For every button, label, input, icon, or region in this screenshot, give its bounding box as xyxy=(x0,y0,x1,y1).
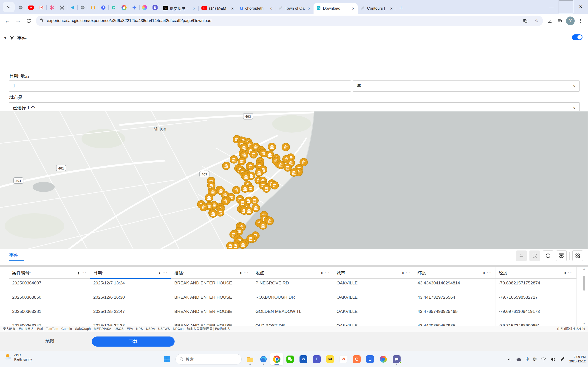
table-row[interactable]: 2025003638502025/12/6 16:30BREAK AND ENT… xyxy=(9,293,577,307)
taskbar-app-chrome[interactable] xyxy=(270,353,284,365)
tab-close-icon[interactable]: × xyxy=(192,6,196,11)
taskbar-app-office-orange[interactable] xyxy=(350,353,363,365)
incident-marker-icon[interactable] xyxy=(245,207,253,215)
sort-desc-icon[interactable]: ▼ xyxy=(158,272,161,274)
table-tab-events[interactable]: 事件 xyxy=(9,252,18,258)
clear-selection-button[interactable] xyxy=(529,250,540,261)
incident-marker-icon[interactable] xyxy=(232,186,241,194)
table-row[interactable]: 2025003632812025/12/5 22:47BREAK AND ENT… xyxy=(9,307,577,321)
volume-icon[interactable] xyxy=(550,357,556,361)
pinned-tab-c-app-icon[interactable] xyxy=(109,3,119,12)
column-header[interactable]: 日期:▼··· xyxy=(90,267,171,278)
tab-close-icon[interactable]: × xyxy=(230,6,234,11)
pinned-tab-vscode-icon[interactable] xyxy=(67,3,78,12)
minimize-button[interactable]: — xyxy=(544,0,559,13)
tray-expand-icon[interactable] xyxy=(506,358,512,360)
weather-widget[interactable]: -1°CPartly sunny xyxy=(4,353,32,362)
column-menu-icon[interactable]: ··· xyxy=(487,271,492,275)
incident-marker-icon[interactable] xyxy=(216,208,225,217)
incident-marker-icon[interactable] xyxy=(246,162,255,170)
pinned-tab-hexagon-icon[interactable] xyxy=(88,3,98,12)
scroll-thumb[interactable] xyxy=(583,276,585,291)
back-button[interactable]: ← xyxy=(2,16,13,26)
taskbar-app-file-explorer[interactable] xyxy=(243,353,257,365)
column-header[interactable]: 地点▲▼··· xyxy=(252,267,333,278)
incident-marker-icon[interactable] xyxy=(226,242,234,249)
column-header[interactable]: 纬度▲▼··· xyxy=(414,267,495,278)
browser-menu-icon[interactable] xyxy=(576,16,586,26)
filter-toggle[interactable] xyxy=(572,34,582,40)
taskbar-app-docs-blue[interactable] xyxy=(363,353,377,365)
taskbar-search[interactable]: 搜索 xyxy=(175,354,242,365)
sort-icon[interactable]: ▲▼ xyxy=(78,271,80,275)
scroll-up-icon[interactable]: ▲ xyxy=(583,267,586,270)
pinned-tab-globe-icon[interactable] xyxy=(16,3,26,12)
taskbar-app-browser-circle[interactable] xyxy=(377,353,390,365)
column-menu-icon[interactable]: ··· xyxy=(244,271,249,275)
column-menu-icon[interactable]: ··· xyxy=(568,271,573,275)
media-controls-icon[interactable] xyxy=(555,16,565,26)
onedrive-cloud-icon[interactable] xyxy=(516,357,522,361)
column-header[interactable]: 案件编号:▲▼··· xyxy=(9,267,90,278)
column-header[interactable]: 经度▲▼··· xyxy=(495,267,577,278)
browser-tab-4[interactable]: Town of Oa× xyxy=(275,3,313,14)
ime-language-button[interactable]: 中 xyxy=(526,357,529,362)
tab-close-icon[interactable]: × xyxy=(269,6,273,11)
incident-marker-icon[interactable] xyxy=(242,173,250,181)
nav-download-button[interactable]: 下载 xyxy=(92,336,174,347)
taskbar-app-teams[interactable]: T xyxy=(310,353,323,365)
sort-icon[interactable]: ▲▼ xyxy=(402,271,404,275)
new-tab-button[interactable]: + xyxy=(396,3,406,13)
refresh-button[interactable] xyxy=(543,250,553,261)
sort-icon[interactable]: ▲▼ xyxy=(240,271,242,275)
show-hide-columns-button[interactable] xyxy=(556,250,567,261)
column-menu-icon[interactable]: ··· xyxy=(406,271,411,275)
taskbar-app-teams-chat[interactable] xyxy=(390,353,403,365)
sort-icon[interactable]: ▲▼ xyxy=(564,271,566,275)
date-value-input[interactable]: 1 xyxy=(9,81,351,92)
pinned-tab-mail-icon[interactable] xyxy=(36,3,46,12)
show-selection-button[interactable] xyxy=(516,250,527,261)
pen-icon[interactable] xyxy=(560,357,565,361)
incident-marker-icon[interactable] xyxy=(290,168,298,177)
wifi-icon[interactable] xyxy=(540,357,546,361)
incident-marker-icon[interactable] xyxy=(205,194,213,202)
column-header[interactable]: 城市▲▼··· xyxy=(333,267,414,278)
taskbar-app-wechat[interactable] xyxy=(284,353,297,365)
pinned-tab-ring-icon[interactable] xyxy=(119,3,129,12)
incident-marker-icon[interactable] xyxy=(268,143,276,151)
restore-button[interactable] xyxy=(559,0,573,13)
browser-tab-6[interactable]: Contours |× xyxy=(358,3,396,14)
taskbar-clock[interactable]: 2:09 PM 2025-12-12 xyxy=(569,355,586,364)
forward-button[interactable]: → xyxy=(13,16,23,26)
taskbar-app-youdao[interactable]: yd xyxy=(323,353,337,365)
table-row[interactable]: 2025003646072025/12/7 13:24BREAK AND ENT… xyxy=(9,279,577,293)
browser-tab-2[interactable]: (14) M&M× xyxy=(199,3,237,14)
ime-mode-button[interactable]: 拼 xyxy=(533,357,536,362)
incident-marker-icon[interactable] xyxy=(262,184,271,193)
start-button[interactable] xyxy=(160,353,174,365)
pinned-tab-mark-icon[interactable] xyxy=(57,3,67,12)
incident-marker-icon[interactable] xyxy=(271,181,279,190)
browser-tab-1[interactable]: D2L提交历史 -× xyxy=(160,3,199,14)
date-unit-select[interactable]: 年∨ xyxy=(353,81,580,92)
incident-marker-icon[interactable] xyxy=(250,150,258,158)
tab-close-icon[interactable]: × xyxy=(307,6,311,11)
incident-marker-icon[interactable] xyxy=(241,184,249,193)
table-actions-button[interactable] xyxy=(572,250,583,261)
tab-close-icon[interactable]: × xyxy=(389,6,393,11)
browser-tab-3[interactable]: Gchoropleth× xyxy=(237,3,275,14)
incident-marker-icon[interactable] xyxy=(230,155,238,164)
pinned-tab-spark-icon[interactable] xyxy=(129,3,139,12)
taskbar-app-edge[interactable] xyxy=(257,353,270,365)
column-menu-icon[interactable]: ··· xyxy=(163,271,168,275)
taskbar-app-wps[interactable]: W xyxy=(337,353,350,365)
map-widget[interactable]: Milton 403 401 401 407 xyxy=(0,111,588,249)
taskbar-app-word[interactable]: W xyxy=(297,353,310,365)
sort-icon[interactable]: ▲▼ xyxy=(483,271,485,275)
incident-marker-icon[interactable] xyxy=(199,203,208,211)
scroll-down-icon[interactable]: ▼ xyxy=(583,322,586,325)
nav-map-link[interactable]: 地图 xyxy=(45,338,54,344)
sort-icon[interactable]: ▲▼ xyxy=(321,271,323,275)
collapse-caret-icon[interactable]: ▼ xyxy=(4,36,7,40)
